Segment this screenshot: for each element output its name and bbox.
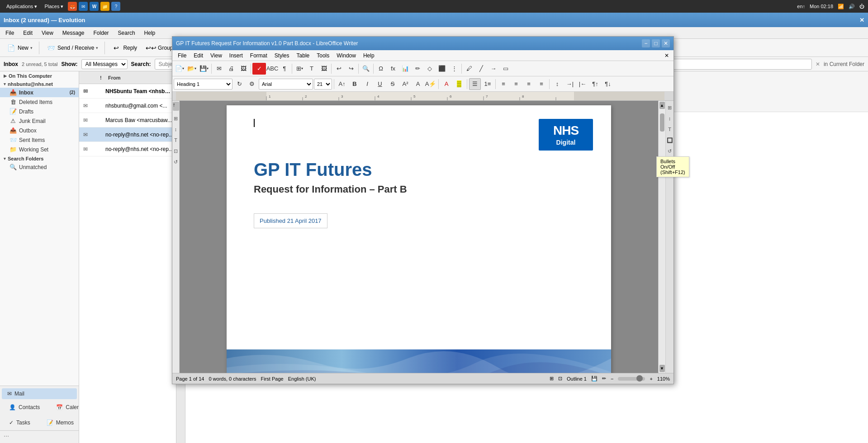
lo-close-btn[interactable]: ✕ [662, 39, 670, 47]
sidebar-item-junk[interactable]: ⚠ Junk Email [0, 116, 79, 126]
indent-btn[interactable]: →| [564, 78, 576, 90]
send-receive-button[interactable]: 📨 Send / Receive ▾ [42, 41, 102, 55]
search-clear-btn[interactable]: ✕ [816, 61, 820, 67]
font-size-selector[interactable]: 21 [314, 79, 332, 90]
lo-menu-edit[interactable]: Edit [190, 52, 207, 60]
zoom-in-btn[interactable]: + [650, 376, 652, 382]
msg-row[interactable]: ✉ nhsbuntu@gmail.com <... [79, 99, 176, 113]
lo-find-btn[interactable]: 🔍 [360, 63, 372, 75]
on-this-computer-header[interactable]: ▶ On This Computer [0, 71, 79, 80]
lo-menu-tools[interactable]: Tools [313, 52, 333, 60]
nav-calendar[interactable]: 📅 Calendar [51, 402, 79, 413]
line-spacing-btn[interactable]: ↕ [551, 78, 563, 90]
scroll-up-btn[interactable]: ▲ [659, 102, 665, 109]
shadow-btn[interactable]: A [412, 78, 424, 90]
lo-formula-btn[interactable]: fx [387, 63, 399, 75]
msg-row[interactable]: ✉ no-reply@nhs.net <no-rep... [79, 127, 176, 142]
evo-menu-folder[interactable]: Folder [90, 29, 113, 37]
align-center-btn[interactable]: ≡ [510, 78, 522, 90]
reply-button[interactable]: ↩ Reply [107, 41, 141, 55]
sidebar-item-unmatched[interactable]: 🔍 Unmatched [0, 162, 79, 172]
send-receive-arrow[interactable]: ▾ [96, 46, 98, 50]
lo-min-btn[interactable]: − [642, 39, 650, 47]
evo-menu-file[interactable]: File [2, 29, 18, 37]
sidebar-item-outbox[interactable]: 📤 Outbox [0, 126, 79, 135]
lo-pilcrow-btn[interactable]: ¶ [279, 63, 290, 75]
nav-contacts[interactable]: 👤 Contacts [4, 402, 45, 413]
lo-textbox-btn[interactable]: T [306, 63, 318, 75]
search-folders-header[interactable]: ▾ Search Folders [0, 154, 79, 162]
lo-side-icon-1[interactable]: ⊞ [666, 103, 674, 113]
lo-line-btn[interactable]: ╱ [475, 63, 487, 75]
help-icon[interactable]: ? [111, 2, 120, 11]
align-right-btn[interactable]: ≡ [523, 78, 535, 90]
msg-row[interactable]: ✉ no-reply@nhs.net <no-rep... [79, 142, 176, 156]
font-selector[interactable]: Arial [259, 79, 313, 90]
justify-btn[interactable]: ≡ [536, 78, 547, 90]
para-style2-btn[interactable]: ¶↓ [602, 78, 614, 90]
lo-menu-help[interactable]: Help [360, 52, 378, 60]
volume-icon[interactable]: 🔊 [849, 4, 855, 9]
evo-menu-view[interactable]: View [38, 29, 57, 37]
lo-menu-view[interactable]: View [207, 52, 226, 60]
style-selector[interactable]: Heading 1 [174, 79, 232, 90]
lo-shapes-btn[interactable]: ◇ [424, 63, 436, 75]
evo-menu-help[interactable]: Help [141, 29, 159, 37]
sidebar-resize-icon[interactable]: ⋯ [4, 433, 9, 439]
lo-open-btn[interactable]: 📂▾ [186, 63, 198, 75]
zoom-out-btn[interactable]: − [611, 376, 613, 382]
lo-side-icon-2[interactable]: ↕ [666, 113, 674, 123]
lo-side-tool-3[interactable]: T [172, 135, 180, 145]
nav-mail[interactable]: ✉ Mail [2, 388, 77, 399]
lo-undo-btn[interactable]: ↩ [333, 63, 345, 75]
lo-side-icon-3[interactable]: T [666, 124, 674, 134]
sidebar-item-inbox[interactable]: 📥 Inbox (2) [0, 88, 79, 97]
lo-drawing-btn[interactable]: ✏ [412, 63, 423, 75]
lo-doc-close-x[interactable]: ✕ [662, 52, 672, 60]
lo-menu-insert[interactable]: Insert [226, 52, 247, 60]
style-manage-btn[interactable]: ↻ [233, 78, 245, 90]
para-style-btn[interactable]: ¶↑ [589, 78, 601, 90]
show-select[interactable]: All Messages [81, 59, 128, 69]
underline-btn[interactable]: U [374, 78, 386, 90]
col-from[interactable]: From [108, 75, 173, 80]
align-left-btn[interactable]: ≡ [498, 78, 509, 90]
lo-arrow-btn[interactable]: → [488, 63, 499, 75]
evo-menu-edit[interactable]: Edit [19, 29, 36, 37]
lo-page[interactable]: NHS Digital GP IT Futures Request for In… [227, 105, 611, 373]
lo-redo-btn[interactable]: ↪ [345, 63, 357, 75]
word-icon[interactable]: W [90, 2, 99, 11]
increase-font-btn[interactable]: A↑ [336, 78, 348, 90]
italic-btn[interactable]: I [361, 78, 373, 90]
lo-side-tool-2[interactable]: ↕ [172, 124, 180, 134]
lo-print-preview-btn[interactable]: 🖼 [237, 63, 249, 75]
lo-rect-btn[interactable]: ▭ [500, 63, 512, 75]
lo-side-tool-5[interactable]: ↺ [172, 157, 180, 167]
lo-menu-file[interactable]: File [174, 52, 190, 60]
zoom-thumb[interactable] [636, 375, 643, 382]
language-indicator[interactable]: en↑ [797, 4, 805, 9]
lo-macro-btn[interactable]: Ω [375, 63, 387, 75]
outdent-btn[interactable]: |← [577, 78, 588, 90]
evo-menu-search[interactable]: Search [114, 29, 139, 37]
msg-row[interactable]: ✉ Marcus Baw <marcusbaw... [79, 113, 176, 127]
lo-max-btn[interactable]: □ [652, 39, 660, 47]
lo-save-btn[interactable]: 💾▾ [198, 63, 210, 75]
style-update-btn[interactable]: ⚙ [246, 78, 258, 90]
sidebar-item-working-set[interactable]: 📁 Working Set [0, 145, 79, 154]
char-effects-btn[interactable]: A⚡ [425, 78, 436, 90]
numbering-btn[interactable]: 1≡ [482, 78, 493, 90]
lo-menu-styles[interactable]: Styles [271, 52, 293, 60]
lo-scroll-up-btn[interactable]: ↑ [173, 102, 179, 111]
power-icon[interactable]: ⏻ [859, 4, 864, 9]
font-color-btn[interactable]: A [441, 78, 452, 90]
applications-menu[interactable]: Applications ▾ [4, 3, 40, 10]
nhsbuntu-account-header[interactable]: ▾ nhsbuntu@nhs.net [0, 80, 79, 88]
new-dropdown-arrow[interactable]: ▾ [30, 46, 33, 50]
evo-menu-message[interactable]: Message [59, 29, 88, 37]
scroll-down-btn[interactable]: ▼ [659, 365, 665, 372]
lo-menu-format[interactable]: Format [247, 52, 271, 60]
sidebar-item-drafts[interactable]: 📝 Drafts [0, 107, 79, 116]
lo-pdf-btn[interactable]: 🖨 [225, 63, 237, 75]
new-button[interactable]: 📄 New ▾ [2, 41, 37, 55]
